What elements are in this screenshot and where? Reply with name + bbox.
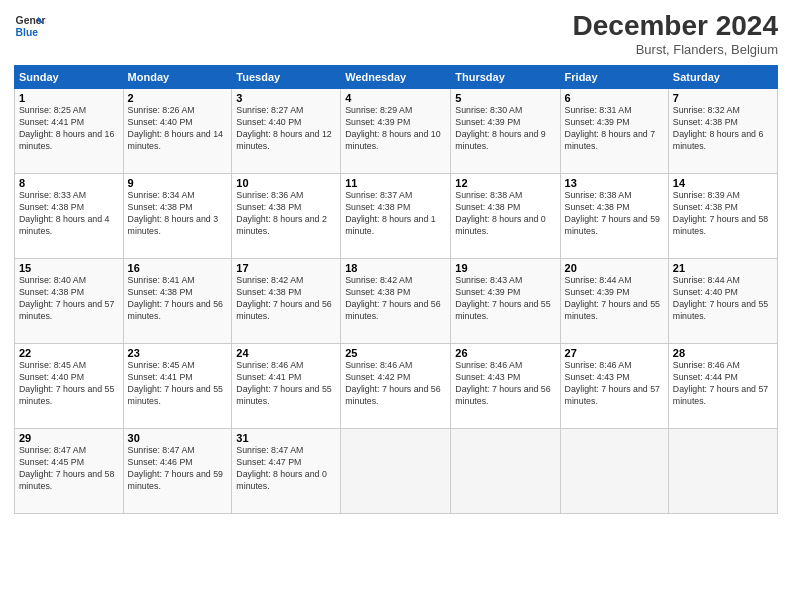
calendar-day-cell: 29Sunrise: 8:47 AMSunset: 4:45 PMDayligh… [15,429,124,514]
weekday-header: Friday [560,66,668,89]
weekday-header: Wednesday [341,66,451,89]
calendar-day-cell: 18Sunrise: 8:42 AMSunset: 4:38 PMDayligh… [341,259,451,344]
day-info: Sunrise: 8:44 AMSunset: 4:40 PMDaylight:… [673,275,773,323]
calendar-day-cell: 24Sunrise: 8:46 AMSunset: 4:41 PMDayligh… [232,344,341,429]
day-number: 18 [345,262,446,274]
day-number: 31 [236,432,336,444]
calendar-day-cell: 20Sunrise: 8:44 AMSunset: 4:39 PMDayligh… [560,259,668,344]
day-number: 12 [455,177,555,189]
day-info: Sunrise: 8:40 AMSunset: 4:38 PMDaylight:… [19,275,119,323]
day-number: 22 [19,347,119,359]
day-info: Sunrise: 8:26 AMSunset: 4:40 PMDaylight:… [128,105,228,153]
day-info: Sunrise: 8:41 AMSunset: 4:38 PMDaylight:… [128,275,228,323]
day-info: Sunrise: 8:46 AMSunset: 4:43 PMDaylight:… [565,360,664,408]
calendar-day-cell [560,429,668,514]
day-number: 29 [19,432,119,444]
calendar-day-cell: 25Sunrise: 8:46 AMSunset: 4:42 PMDayligh… [341,344,451,429]
calendar-day-cell: 3Sunrise: 8:27 AMSunset: 4:40 PMDaylight… [232,89,341,174]
day-number: 7 [673,92,773,104]
calendar-body: 1Sunrise: 8:25 AMSunset: 4:41 PMDaylight… [15,89,778,514]
logo: General Blue [14,10,46,42]
calendar-day-cell: 21Sunrise: 8:44 AMSunset: 4:40 PMDayligh… [668,259,777,344]
day-number: 21 [673,262,773,274]
calendar-day-cell: 16Sunrise: 8:41 AMSunset: 4:38 PMDayligh… [123,259,232,344]
day-info: Sunrise: 8:37 AMSunset: 4:38 PMDaylight:… [345,190,446,238]
day-number: 9 [128,177,228,189]
day-info: Sunrise: 8:42 AMSunset: 4:38 PMDaylight:… [345,275,446,323]
day-info: Sunrise: 8:33 AMSunset: 4:38 PMDaylight:… [19,190,119,238]
day-number: 20 [565,262,664,274]
calendar-day-cell: 6Sunrise: 8:31 AMSunset: 4:39 PMDaylight… [560,89,668,174]
day-number: 25 [345,347,446,359]
day-info: Sunrise: 8:34 AMSunset: 4:38 PMDaylight:… [128,190,228,238]
day-number: 3 [236,92,336,104]
day-number: 13 [565,177,664,189]
calendar-day-cell: 22Sunrise: 8:45 AMSunset: 4:40 PMDayligh… [15,344,124,429]
day-number: 6 [565,92,664,104]
month-year-title: December 2024 [573,10,778,42]
calendar-day-cell: 1Sunrise: 8:25 AMSunset: 4:41 PMDaylight… [15,89,124,174]
day-number: 16 [128,262,228,274]
calendar-week-row: 8Sunrise: 8:33 AMSunset: 4:38 PMDaylight… [15,174,778,259]
calendar-header: SundayMondayTuesdayWednesdayThursdayFrid… [15,66,778,89]
calendar-day-cell: 13Sunrise: 8:38 AMSunset: 4:38 PMDayligh… [560,174,668,259]
day-number: 11 [345,177,446,189]
calendar-day-cell: 31Sunrise: 8:47 AMSunset: 4:47 PMDayligh… [232,429,341,514]
weekday-header: Sunday [15,66,124,89]
weekday-header: Saturday [668,66,777,89]
calendar-day-cell: 7Sunrise: 8:32 AMSunset: 4:38 PMDaylight… [668,89,777,174]
day-info: Sunrise: 8:47 AMSunset: 4:47 PMDaylight:… [236,445,336,493]
calendar-day-cell: 14Sunrise: 8:39 AMSunset: 4:38 PMDayligh… [668,174,777,259]
day-info: Sunrise: 8:29 AMSunset: 4:39 PMDaylight:… [345,105,446,153]
weekday-row: SundayMondayTuesdayWednesdayThursdayFrid… [15,66,778,89]
calendar-week-row: 22Sunrise: 8:45 AMSunset: 4:40 PMDayligh… [15,344,778,429]
day-number: 5 [455,92,555,104]
day-info: Sunrise: 8:42 AMSunset: 4:38 PMDaylight:… [236,275,336,323]
calendar-day-cell: 15Sunrise: 8:40 AMSunset: 4:38 PMDayligh… [15,259,124,344]
calendar-day-cell [341,429,451,514]
calendar-day-cell: 17Sunrise: 8:42 AMSunset: 4:38 PMDayligh… [232,259,341,344]
day-info: Sunrise: 8:43 AMSunset: 4:39 PMDaylight:… [455,275,555,323]
day-number: 14 [673,177,773,189]
calendar-day-cell [451,429,560,514]
day-number: 8 [19,177,119,189]
day-number: 17 [236,262,336,274]
day-number: 23 [128,347,228,359]
day-info: Sunrise: 8:45 AMSunset: 4:41 PMDaylight:… [128,360,228,408]
calendar-day-cell: 19Sunrise: 8:43 AMSunset: 4:39 PMDayligh… [451,259,560,344]
day-info: Sunrise: 8:38 AMSunset: 4:38 PMDaylight:… [565,190,664,238]
day-info: Sunrise: 8:25 AMSunset: 4:41 PMDaylight:… [19,105,119,153]
weekday-header: Tuesday [232,66,341,89]
day-number: 15 [19,262,119,274]
day-number: 10 [236,177,336,189]
day-number: 30 [128,432,228,444]
day-info: Sunrise: 8:45 AMSunset: 4:40 PMDaylight:… [19,360,119,408]
day-number: 4 [345,92,446,104]
weekday-header: Monday [123,66,232,89]
logo-icon: General Blue [14,10,46,42]
page-container: General Blue December 2024 Burst, Flande… [0,0,792,520]
day-info: Sunrise: 8:46 AMSunset: 4:43 PMDaylight:… [455,360,555,408]
weekday-header: Thursday [451,66,560,89]
calendar-day-cell: 10Sunrise: 8:36 AMSunset: 4:38 PMDayligh… [232,174,341,259]
day-info: Sunrise: 8:32 AMSunset: 4:38 PMDaylight:… [673,105,773,153]
location-subtitle: Burst, Flanders, Belgium [573,42,778,57]
day-info: Sunrise: 8:46 AMSunset: 4:41 PMDaylight:… [236,360,336,408]
calendar-day-cell: 12Sunrise: 8:38 AMSunset: 4:38 PMDayligh… [451,174,560,259]
calendar-day-cell: 28Sunrise: 8:46 AMSunset: 4:44 PMDayligh… [668,344,777,429]
calendar-week-row: 29Sunrise: 8:47 AMSunset: 4:45 PMDayligh… [15,429,778,514]
calendar-day-cell: 5Sunrise: 8:30 AMSunset: 4:39 PMDaylight… [451,89,560,174]
title-block: December 2024 Burst, Flanders, Belgium [573,10,778,57]
day-number: 26 [455,347,555,359]
day-info: Sunrise: 8:36 AMSunset: 4:38 PMDaylight:… [236,190,336,238]
day-info: Sunrise: 8:47 AMSunset: 4:45 PMDaylight:… [19,445,119,493]
day-info: Sunrise: 8:30 AMSunset: 4:39 PMDaylight:… [455,105,555,153]
day-info: Sunrise: 8:31 AMSunset: 4:39 PMDaylight:… [565,105,664,153]
day-number: 1 [19,92,119,104]
day-info: Sunrise: 8:39 AMSunset: 4:38 PMDaylight:… [673,190,773,238]
calendar-day-cell: 26Sunrise: 8:46 AMSunset: 4:43 PMDayligh… [451,344,560,429]
calendar-day-cell: 9Sunrise: 8:34 AMSunset: 4:38 PMDaylight… [123,174,232,259]
day-info: Sunrise: 8:46 AMSunset: 4:44 PMDaylight:… [673,360,773,408]
day-number: 19 [455,262,555,274]
day-number: 24 [236,347,336,359]
